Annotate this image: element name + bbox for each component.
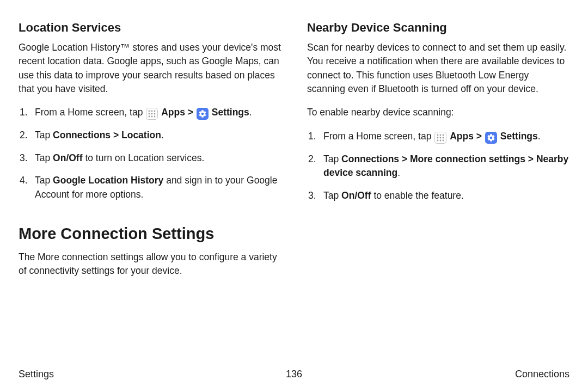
svg-point-11	[443, 134, 444, 136]
footer: Settings 136 Connections	[19, 367, 569, 381]
svg-point-12	[437, 137, 439, 138]
heading-nearby-scanning: Nearby Device Scanning	[307, 19, 569, 36]
svg-point-10	[440, 134, 442, 136]
heading-more-connection: More Connection Settings	[19, 222, 281, 245]
nearby-step-3: Tap On/Off to enable the feature.	[307, 189, 569, 203]
left-column: Location Services Google Location Histor…	[19, 19, 281, 288]
nearby-desc: Scan for nearby devices to connect to an…	[307, 41, 569, 96]
svg-point-1	[151, 111, 153, 112]
page-number: 136	[286, 367, 302, 381]
location-step-2: Tap Connections > Location.	[19, 128, 281, 142]
settings-icon	[197, 108, 209, 120]
svg-point-14	[443, 137, 444, 138]
svg-point-15	[437, 139, 439, 141]
svg-point-4	[151, 113, 153, 115]
nearby-enable-intro: To enable nearby device scanning:	[307, 106, 569, 119]
nearby-step-2: Tap Connections > More connection settin…	[307, 152, 569, 180]
svg-point-13	[440, 137, 442, 138]
location-steps: From a Home screen, tap Apps > Settings.…	[19, 106, 281, 201]
location-services-desc: Google Location History™ stores and uses…	[19, 41, 281, 96]
footer-right: Connections	[515, 367, 569, 381]
nearby-step-1: From a Home screen, tap Apps > Settings.	[307, 130, 569, 144]
right-column: Nearby Device Scanning Scan for nearby d…	[307, 19, 569, 288]
svg-point-6	[149, 116, 150, 118]
svg-point-5	[154, 113, 156, 115]
footer-left: Settings	[19, 367, 54, 381]
svg-point-16	[440, 139, 442, 141]
svg-point-3	[149, 113, 150, 115]
svg-point-0	[149, 111, 150, 112]
settings-icon	[485, 132, 497, 144]
svg-point-17	[443, 139, 444, 141]
apps-icon	[434, 132, 446, 144]
location-step-1: From a Home screen, tap Apps > Settings.	[19, 106, 281, 120]
svg-point-7	[151, 116, 153, 118]
heading-location-services: Location Services	[19, 19, 281, 36]
location-step-3: Tap On/Off to turn on Location services.	[19, 151, 281, 165]
svg-point-2	[154, 111, 156, 112]
nearby-steps: From a Home screen, tap Apps > Settings.…	[307, 130, 569, 203]
location-step-4: Tap Google Location History and sign in …	[19, 174, 281, 201]
svg-point-9	[437, 134, 439, 136]
more-connection-desc: The More connection settings allow you t…	[19, 250, 281, 278]
svg-point-8	[154, 116, 156, 118]
apps-icon	[146, 108, 158, 120]
